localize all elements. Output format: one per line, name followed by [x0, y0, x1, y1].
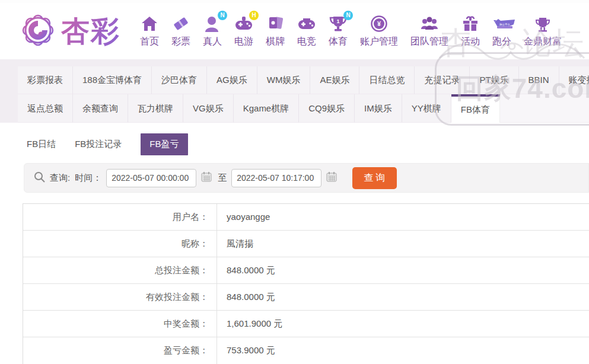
subtab-fb-touzhu-jilu[interactable]: FB投注记录 — [75, 133, 122, 155]
row-value: 753.9000 元 — [217, 337, 275, 364]
tab-wm-yule[interactable]: WM娱乐 — [257, 66, 311, 94]
nav-item-esports[interactable]: 电竞 — [297, 15, 316, 48]
account-coin-icon: ¥ — [370, 15, 389, 33]
tab-ag-yule[interactable]: AG娱乐 — [207, 66, 257, 94]
tab-bbin[interactable]: BBIN — [519, 66, 559, 94]
nav-item-lottery[interactable]: 彩票 — [171, 15, 190, 48]
sports-trophy-icon: 1 N — [329, 15, 348, 33]
row-value: 1,601.9000 元 — [217, 311, 282, 337]
nav-item-sports[interactable]: 1 N 体育 — [329, 15, 348, 48]
nav-item-activity[interactable]: 活动 — [461, 15, 480, 48]
egame-gamepad-icon: H — [234, 15, 253, 33]
table-row-profit-amount: 盈亏金额： 753.9000 元 — [23, 337, 589, 364]
top-header: 杏彩 首页 彩票 N 真人 H 电游 — [0, 0, 589, 59]
nav-item-paofen[interactable]: 跑分平台 跑分 — [492, 15, 511, 48]
row-value: 848.0000 元 — [217, 257, 275, 283]
row-label: 用户名： — [23, 204, 217, 230]
table-row-total-bet: 总投注金额： 848.0000 元 — [23, 257, 589, 284]
tab-caipiao-baobiao[interactable]: 彩票报表 — [18, 66, 73, 94]
row-label: 盈亏金额： — [23, 337, 217, 364]
activity-gift-icon — [461, 15, 480, 33]
table-row-username: 用户名： yaoyangge — [23, 204, 589, 231]
tab-ae-yule[interactable]: AE娱乐 — [310, 66, 359, 94]
tab-zhangbian-baobiao[interactable]: 账变报表 — [559, 66, 589, 94]
tab-shaba-tiyu[interactable]: 沙巴体育 — [152, 66, 207, 94]
table-row-win-amount: 中奖金额： 1,601.9000 元 — [23, 311, 589, 337]
cards-icon — [266, 15, 285, 33]
tab-fb-tiyu[interactable]: FB体育 — [451, 94, 500, 123]
nav-item-home[interactable]: 首页 — [140, 15, 159, 48]
query-label: 查询: — [50, 173, 70, 184]
brand-logo[interactable]: 杏彩 — [20, 12, 120, 51]
nav-item-team-mgmt[interactable]: 团队管理 — [410, 15, 448, 48]
tab-vg-yule[interactable]: VG娱乐 — [183, 94, 234, 123]
brand-emblem-icon — [20, 12, 56, 51]
svg-text:1: 1 — [336, 18, 339, 24]
row-label: 总投注金额： — [23, 257, 217, 283]
row-value: 848.0000 元 — [217, 284, 275, 310]
tab-yue-chaxun[interactable]: 余额查询 — [73, 94, 128, 123]
to-label: 至 — [218, 173, 227, 184]
tab-rijie-zonglan[interactable]: 日结总览 — [359, 66, 415, 94]
subtab-fb-yingkui[interactable]: FB盈亏 — [141, 133, 187, 155]
nav-item-egame[interactable]: H 电游 — [234, 15, 253, 48]
tab-im-yule[interactable]: IM娱乐 — [355, 94, 402, 123]
svg-text:跑分平台: 跑分平台 — [499, 23, 510, 26]
fb-subtabs: FB日结 FB投注记录 FB盈亏 — [27, 133, 589, 155]
nav-item-cards[interactable]: 棋牌 — [266, 15, 285, 48]
tab-wali-qipai[interactable]: 瓦力棋牌 — [128, 94, 183, 123]
row-label: 昵称： — [23, 231, 217, 257]
row-label: 有效投注金额： — [23, 284, 217, 310]
paofen-rhino-icon: 跑分平台 — [492, 15, 511, 33]
time-label: 时间： — [75, 173, 101, 184]
nav-item-wealth[interactable]: 金鼎财富 — [524, 15, 562, 48]
row-value: yaoyangge — [217, 204, 270, 230]
profit-summary-table: 用户名： yaoyangge 昵称： 風清揚 总投注金额： 848.0000 元… — [23, 203, 589, 364]
svg-text:¥: ¥ — [377, 20, 381, 27]
table-row-nickname: 昵称： 風清揚 — [23, 231, 589, 257]
query-bar: 查询: 时间： 至 查 询 — [24, 163, 589, 193]
report-tabs-row1: 彩票报表 188金宝博体育 沙巴体育 AG娱乐 WM娱乐 AE娱乐 日结总览 充… — [18, 66, 589, 94]
subtab-fb-rijie[interactable]: FB日结 — [27, 133, 56, 155]
calendar-icon[interactable] — [326, 171, 337, 184]
table-row-valid-bet: 有效投注金额： 848.0000 元 — [23, 284, 589, 311]
tabs-row2-filler — [500, 94, 589, 123]
tab-cq9-yule[interactable]: CQ9娱乐 — [299, 94, 355, 123]
new-badge: N — [343, 11, 353, 20]
main-nav: 首页 彩票 N 真人 H 电游 棋牌 — [128, 15, 562, 48]
live-person-icon: N — [203, 15, 222, 33]
time-to-input[interactable] — [231, 169, 321, 187]
query-button[interactable]: 查 询 — [352, 167, 396, 189]
nav-item-account-mgmt[interactable]: ¥ 账户管理 — [360, 15, 398, 48]
hot-badge: H — [249, 11, 259, 20]
calendar-icon[interactable] — [201, 171, 212, 184]
content-panel: FB日结 FB投注记录 FB盈亏 查询: 时间： 至 查 询 用户名： yaoy… — [0, 123, 589, 364]
tab-kgame-qipai[interactable]: Kgame棋牌 — [234, 94, 300, 123]
tab-pt-yule[interactable]: PT娱乐 — [470, 66, 518, 94]
report-tabs-row2: 返点总额 余额查询 瓦力棋牌 VG娱乐 Kgame棋牌 CQ9娱乐 IM娱乐 Y… — [18, 94, 589, 123]
brand-name: 杏彩 — [61, 12, 120, 50]
new-badge: N — [218, 11, 227, 20]
tab-yy-qipai[interactable]: YY棋牌 — [402, 94, 451, 123]
time-from-input[interactable] — [106, 169, 196, 187]
tab-chongti-jilu[interactable]: 充提记录 — [415, 66, 470, 94]
nav-item-live[interactable]: N 真人 — [203, 15, 222, 48]
row-value: 風清揚 — [217, 231, 253, 257]
team-people-icon — [420, 15, 439, 33]
home-icon — [140, 15, 159, 33]
tab-fandian-zonge[interactable]: 返点总额 — [18, 94, 73, 123]
lottery-ticket-icon — [171, 15, 190, 33]
row-label: 中奖金额： — [23, 311, 217, 337]
search-icon — [34, 171, 45, 185]
esports-gamepad-icon — [297, 15, 316, 33]
wealth-trophy-icon — [533, 15, 552, 33]
tab-188jinbaobo[interactable]: 188金宝博体育 — [73, 66, 152, 94]
